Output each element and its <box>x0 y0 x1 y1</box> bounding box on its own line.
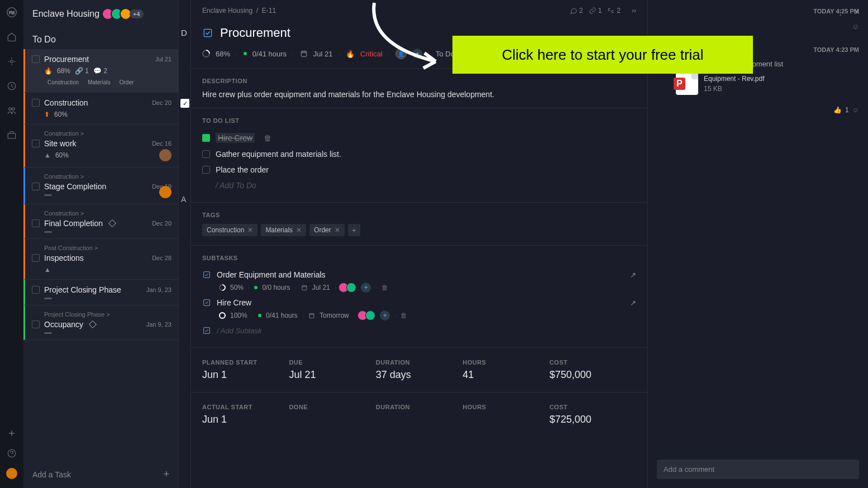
add-task-button[interactable]: Add a Task + <box>23 461 178 488</box>
todo-item[interactable]: Place the order <box>202 162 636 178</box>
remove-tag-icon[interactable]: ✕ <box>247 226 253 234</box>
comment-input[interactable]: Add a comment <box>657 460 859 479</box>
add-todo-input[interactable]: / Add To Do <box>202 178 636 193</box>
assignee-avatar[interactable] <box>159 149 171 161</box>
stat-cell: COST$750,000 <box>550 359 636 381</box>
checkbox[interactable] <box>32 254 40 262</box>
add-assignee-button[interactable]: + <box>361 283 371 293</box>
task-card[interactable]: Construction >Stage CompletionDec 19 <box>23 168 178 204</box>
reactions[interactable]: 👍 1 ☺ <box>648 102 868 118</box>
timestamp: TODAY 4:25 PM <box>648 0 868 22</box>
checkbox[interactable] <box>202 166 210 174</box>
add-tag-button[interactable]: + <box>348 224 360 236</box>
cta-banner[interactable]: Click here to start your free trial <box>452 36 753 74</box>
svg-rect-8 <box>204 29 211 36</box>
checkbox[interactable] <box>32 183 40 190</box>
project-avatars[interactable]: +4 <box>105 8 144 20</box>
task-card[interactable]: Construction >Final CompletionDec 20 <box>23 204 178 239</box>
assignee-avatar[interactable] <box>159 186 171 198</box>
task-card[interactable]: Project Closing PhaseJan 9, 23 <box>23 280 178 305</box>
progress-icon <box>218 283 227 293</box>
open-icon[interactable]: ↗ <box>630 299 636 307</box>
description-text[interactable]: Hire crew plus order equipment and mater… <box>202 90 636 99</box>
calendar-icon <box>308 312 315 319</box>
add-subtask-input[interactable]: / Add Subtask <box>202 323 636 338</box>
attachment[interactable]: P Equipment - Rev.pdf 15 KB <box>657 73 859 95</box>
remove-tag-icon[interactable]: ✕ <box>296 226 302 234</box>
svg-point-5 <box>12 108 15 111</box>
task-icon <box>202 27 213 39</box>
calendar-icon <box>301 284 308 291</box>
more-icon[interactable]: ⋮ <box>837 8 844 16</box>
checkbox[interactable] <box>32 55 40 63</box>
detail-title: Procurement <box>220 26 290 40</box>
project-title: Enclave Housing <box>32 9 99 19</box>
tag-chip: Order <box>116 78 137 87</box>
task-card[interactable]: Construction >Site workDec 16▲60% <box>23 125 178 168</box>
links-count[interactable]: 1 <box>589 7 602 15</box>
team-icon[interactable] <box>6 105 17 116</box>
svg-rect-9 <box>301 51 306 56</box>
link-icon: 🔗 1 <box>75 67 89 75</box>
checkbox[interactable] <box>32 140 40 147</box>
add-icon[interactable] <box>6 428 17 439</box>
stat-cell: COST$725,000 <box>550 404 636 425</box>
arrow-annotation <box>357 0 458 78</box>
hidden-column: D ✓ A <box>179 0 191 488</box>
open-icon[interactable]: ↗ <box>630 271 636 279</box>
task-icon <box>202 326 211 335</box>
progress-icon <box>201 48 212 59</box>
stat-cell: DURATION <box>376 404 462 425</box>
comment-icon: 💬 2 <box>93 67 107 75</box>
todo-item[interactable]: Gather equipment and materials list. <box>202 146 636 162</box>
checkbox[interactable] <box>32 286 40 294</box>
subtasks-count[interactable]: 2 <box>607 7 621 15</box>
close-icon[interactable]: ✕ <box>854 8 860 16</box>
delete-icon[interactable]: 🗑 <box>264 133 271 142</box>
delete-icon[interactable]: 🗑 <box>400 312 407 319</box>
svg-rect-13 <box>309 314 314 318</box>
home-icon[interactable] <box>6 31 17 42</box>
svg-rect-11 <box>302 286 307 290</box>
task-icon <box>202 270 211 279</box>
help-icon[interactable] <box>6 448 17 459</box>
add-assignee-button[interactable]: + <box>380 310 390 320</box>
task-card[interactable]: Post Construction >InspectionsDec 28▲ <box>23 239 178 280</box>
delete-icon[interactable]: 🗑 <box>381 284 388 291</box>
pdf-icon: P <box>676 73 698 95</box>
expand-icon[interactable]: ›› <box>632 7 636 15</box>
tag-chip[interactable]: Materials✕ <box>261 224 306 236</box>
task-card[interactable]: Project Closing Phase >OccupancyJan 9, 2… <box>23 305 178 340</box>
stat-cell: HOURS <box>462 404 549 425</box>
checkbox[interactable] <box>202 150 210 158</box>
assignee-avatars[interactable] <box>360 310 375 320</box>
task-card[interactable]: ProcurementJul 21🔥68%🔗 1💬 2ConstructionM… <box>23 49 178 93</box>
svg-text:PM: PM <box>9 11 15 15</box>
activity-icon[interactable] <box>6 56 17 67</box>
checkbox[interactable] <box>32 99 40 107</box>
task-card[interactable]: ConstructionDec 20⬆60% <box>23 93 178 125</box>
comments-count[interactable]: 2 <box>570 7 583 15</box>
tag-chip[interactable]: Order✕ <box>309 224 345 236</box>
svg-rect-6 <box>8 133 16 138</box>
svg-point-7 <box>8 449 16 457</box>
thumbs-up-icon[interactable]: 👍 <box>833 106 842 114</box>
clock-icon[interactable] <box>6 80 17 92</box>
tag-chip: Construction <box>44 78 82 87</box>
emoji-icon[interactable]: ☺ <box>852 106 859 114</box>
section-heading: To Do <box>23 28 178 49</box>
logo-icon[interactable]: PM <box>6 7 17 18</box>
tag-chip: Materials <box>84 78 114 87</box>
emoji-icon[interactable]: ☺ <box>852 22 859 31</box>
assignee-avatars[interactable] <box>341 283 356 293</box>
tag-chip[interactable]: Construction✕ <box>202 224 257 236</box>
checkbox[interactable] <box>202 134 210 142</box>
user-avatar[interactable] <box>6 468 17 479</box>
todo-item[interactable]: Hire Crew🗑 <box>202 130 636 146</box>
remove-tag-icon[interactable]: ✕ <box>335 226 340 234</box>
breadcrumb[interactable]: Enclave Housing / E-11 <box>202 7 276 15</box>
checkbox[interactable] <box>32 320 40 328</box>
subtask-item: Order Equipment and Materials ↗ 50%· 0/0… <box>202 267 636 293</box>
briefcase-icon[interactable] <box>6 130 17 141</box>
checkbox[interactable] <box>32 219 40 227</box>
